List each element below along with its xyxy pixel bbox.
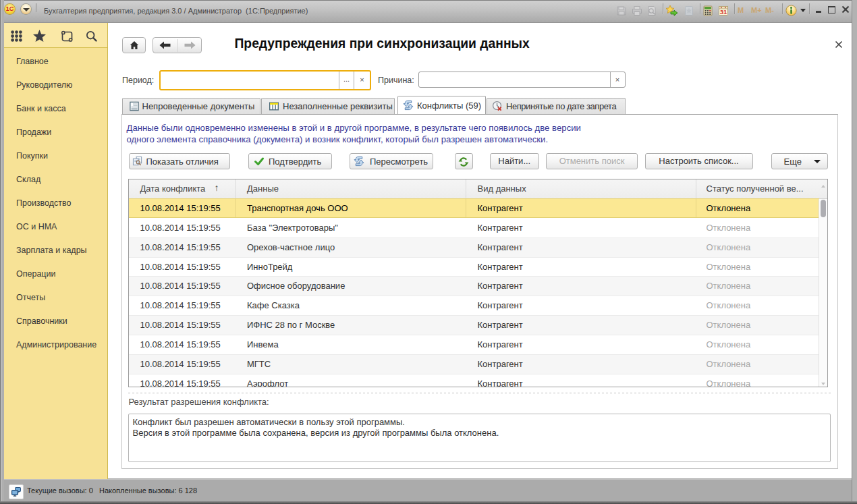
svg-text:31: 31 bbox=[720, 8, 727, 16]
